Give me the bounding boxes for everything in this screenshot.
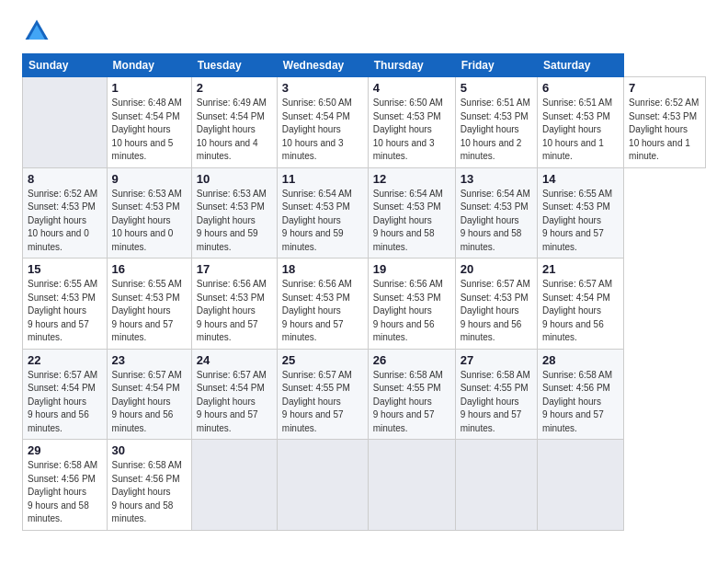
day-number: 24 [197, 353, 272, 367]
daylight-value: 10 hours and 1 minute. [542, 138, 604, 162]
daylight-value: 9 hours and 57 minutes. [282, 319, 344, 343]
calendar-cell: 1Sunrise: 6:48 AMSunset: 4:54 PMDaylight… [107, 77, 191, 168]
cell-info: Sunrise: 6:52 AMSunset: 4:53 PMDaylight … [629, 97, 700, 164]
day-number: 18 [282, 262, 363, 276]
day-number: 29 [28, 443, 102, 457]
sunrise-label: Sunrise: 6:54 AM [373, 189, 443, 199]
sunset-label: Sunset: 4:53 PM [461, 111, 529, 121]
sunrise-label: Sunrise: 6:58 AM [542, 370, 612, 380]
calendar-cell: 19Sunrise: 6:56 AMSunset: 4:53 PMDayligh… [368, 259, 455, 350]
day-number: 2 [197, 81, 272, 95]
sunset-label: Sunset: 4:53 PM [197, 293, 265, 303]
daylight-label: Daylight hours [112, 215, 171, 225]
sunset-label: Sunset: 4:56 PM [28, 474, 96, 484]
daylight-value: 9 hours and 59 minutes. [282, 228, 344, 252]
day-number: 25 [282, 353, 363, 367]
daylight-value: 10 hours and 3 minutes. [373, 138, 435, 162]
cell-info: Sunrise: 6:48 AMSunset: 4:54 PMDaylight … [112, 97, 187, 164]
sunset-label: Sunset: 4:53 PM [461, 293, 529, 303]
cell-info: Sunrise: 6:57 AMSunset: 4:54 PMDaylight … [112, 369, 187, 436]
calendar-cell: 22Sunrise: 6:57 AMSunset: 4:54 PMDayligh… [23, 349, 108, 440]
sunset-label: Sunset: 4:53 PM [542, 111, 610, 121]
daylight-label: Daylight hours [282, 215, 341, 225]
sunset-label: Sunset: 4:54 PM [112, 383, 180, 393]
cell-info: Sunrise: 6:55 AMSunset: 4:53 PMDaylight … [542, 188, 619, 255]
sunset-label: Sunset: 4:55 PM [461, 383, 529, 393]
sunrise-label: Sunrise: 6:58 AM [28, 460, 97, 470]
col-header-sunday: Sunday [23, 54, 108, 77]
daylight-value: 9 hours and 56 minutes. [28, 409, 89, 433]
calendar-cell [455, 440, 537, 531]
calendar-cell: 23Sunrise: 6:57 AMSunset: 4:54 PMDayligh… [107, 349, 191, 440]
daylight-value: 9 hours and 58 minutes. [373, 228, 435, 252]
daylight-value: 9 hours and 57 minutes. [542, 228, 604, 252]
sunrise-label: Sunrise: 6:56 AM [197, 279, 267, 289]
sunset-label: Sunset: 4:53 PM [373, 111, 441, 121]
daylight-value: 9 hours and 57 minutes. [542, 409, 604, 433]
calendar-cell: 27Sunrise: 6:58 AMSunset: 4:55 PMDayligh… [455, 349, 537, 440]
calendar-cell: 29Sunrise: 6:58 AMSunset: 4:56 PMDayligh… [23, 440, 108, 531]
page: SundayMondayTuesdayWednesdayThursdayFrid… [0, 0, 728, 563]
calendar-cell: 2Sunrise: 6:49 AMSunset: 4:54 PMDaylight… [191, 77, 277, 168]
cell-info: Sunrise: 6:54 AMSunset: 4:53 PMDaylight … [282, 188, 363, 255]
cell-info: Sunrise: 6:55 AMSunset: 4:53 PMDaylight … [28, 278, 102, 345]
daylight-label: Daylight hours [197, 124, 256, 134]
daylight-label: Daylight hours [373, 305, 432, 316]
cell-info: Sunrise: 6:56 AMSunset: 4:53 PMDaylight … [197, 278, 272, 345]
sunrise-label: Sunrise: 6:58 AM [112, 460, 182, 470]
day-number: 7 [629, 81, 700, 95]
sunrise-label: Sunrise: 6:52 AM [28, 189, 97, 199]
daylight-value: 9 hours and 57 minutes. [112, 319, 174, 343]
day-number: 9 [112, 172, 187, 186]
sunrise-label: Sunrise: 6:53 AM [197, 189, 267, 199]
daylight-label: Daylight hours [461, 215, 519, 225]
daylight-value: 9 hours and 57 minutes. [197, 319, 258, 343]
daylight-label: Daylight hours [197, 305, 256, 316]
sunrise-label: Sunrise: 6:57 AM [542, 279, 612, 289]
col-header-monday: Monday [107, 54, 191, 77]
sunrise-label: Sunrise: 6:56 AM [373, 279, 443, 289]
sunset-label: Sunset: 4:53 PM [629, 111, 697, 121]
cell-info: Sunrise: 6:55 AMSunset: 4:53 PMDaylight … [112, 278, 187, 345]
calendar-cell: 17Sunrise: 6:56 AMSunset: 4:53 PMDayligh… [191, 259, 277, 350]
sunset-label: Sunset: 4:53 PM [282, 201, 350, 212]
daylight-label: Daylight hours [542, 124, 601, 134]
calendar-cell: 3Sunrise: 6:50 AMSunset: 4:54 PMDaylight… [277, 77, 368, 168]
day-number: 17 [197, 262, 272, 276]
calendar-cell: 6Sunrise: 6:51 AMSunset: 4:53 PMDaylight… [537, 77, 623, 168]
day-number: 3 [282, 81, 363, 95]
sunset-label: Sunset: 4:53 PM [542, 201, 610, 212]
sunrise-label: Sunrise: 6:52 AM [629, 98, 699, 108]
sunrise-label: Sunrise: 6:57 AM [112, 370, 182, 380]
daylight-value: 10 hours and 0 minutes. [28, 228, 89, 252]
cell-info: Sunrise: 6:57 AMSunset: 4:54 PMDaylight … [197, 369, 272, 436]
cell-info: Sunrise: 6:58 AMSunset: 4:55 PMDaylight … [373, 369, 450, 436]
daylight-label: Daylight hours [461, 124, 519, 134]
sunrise-label: Sunrise: 6:55 AM [28, 279, 97, 289]
daylight-label: Daylight hours [282, 124, 341, 134]
cell-info: Sunrise: 6:58 AMSunset: 4:56 PMDaylight … [28, 459, 102, 526]
header-row: SundayMondayTuesdayWednesdayThursdayFrid… [23, 54, 706, 77]
sunset-label: Sunset: 4:53 PM [28, 201, 96, 212]
daylight-label: Daylight hours [629, 124, 688, 134]
sunset-label: Sunset: 4:54 PM [197, 111, 265, 121]
week-row-3: 15Sunrise: 6:55 AMSunset: 4:53 PMDayligh… [23, 259, 706, 350]
day-number: 8 [28, 172, 102, 186]
calendar-cell [537, 440, 623, 531]
calendar-table: SundayMondayTuesdayWednesdayThursdayFrid… [22, 53, 706, 531]
calendar-cell: 30Sunrise: 6:58 AMSunset: 4:56 PMDayligh… [107, 440, 191, 531]
cell-info: Sunrise: 6:52 AMSunset: 4:53 PMDaylight … [28, 188, 102, 255]
daylight-value: 10 hours and 4 minutes. [197, 138, 258, 162]
day-number: 28 [542, 353, 619, 367]
calendar-cell: 26Sunrise: 6:58 AMSunset: 4:55 PMDayligh… [368, 349, 455, 440]
header [22, 17, 706, 46]
sunrise-label: Sunrise: 6:58 AM [373, 370, 443, 380]
daylight-label: Daylight hours [28, 215, 86, 225]
calendar-cell [191, 440, 277, 531]
daylight-value: 9 hours and 56 minutes. [373, 319, 435, 343]
day-number: 19 [373, 262, 450, 276]
col-header-thursday: Thursday [368, 54, 455, 77]
calendar-cell: 25Sunrise: 6:57 AMSunset: 4:55 PMDayligh… [277, 349, 368, 440]
daylight-value: 9 hours and 56 minutes. [112, 409, 174, 433]
cell-info: Sunrise: 6:54 AMSunset: 4:53 PMDaylight … [373, 188, 450, 255]
